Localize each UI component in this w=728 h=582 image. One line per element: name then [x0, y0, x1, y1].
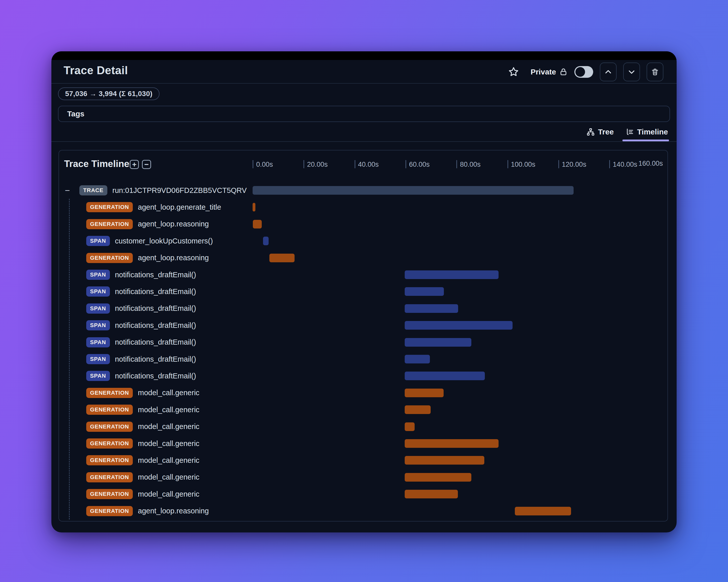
observation-row[interactable]: GENERATIONmodel_call.generic — [59, 435, 668, 452]
token-usage-badge[interactable]: 57,036 → 3,994 (Σ 61,030) — [58, 87, 159, 100]
duration-bar[interactable] — [405, 304, 458, 313]
observation-label: run:01JCTPR9VD06FD2ZBB5VCT5QRV — [112, 186, 247, 195]
duration-bar[interactable] — [263, 237, 269, 245]
header-controls: Private — [508, 61, 664, 82]
collapse-all-button[interactable] — [600, 62, 617, 81]
tags-box[interactable]: Tags — [58, 106, 670, 122]
observation-label: notifications_draftEmail() — [115, 271, 196, 279]
observation-type-badge: GENERATION — [86, 219, 133, 229]
axis-tick — [253, 160, 253, 168]
lock-icon — [559, 67, 568, 76]
observation-row[interactable]: SPANnotifications_draftEmail() — [59, 317, 668, 334]
observation-label: agent_loop.reasoning — [138, 507, 209, 515]
duration-bar[interactable] — [405, 371, 485, 380]
duration-bar[interactable] — [405, 422, 415, 431]
duration-bar[interactable] — [405, 270, 499, 279]
tab-timeline-label: Timeline — [637, 128, 668, 136]
observation-row[interactable]: GENERATIONmodel_call.generic — [59, 418, 668, 435]
tags-label: Tags — [67, 110, 84, 118]
time-axis: 0.00s20.00s40.00s60.00s80.00s100.00s120.… — [59, 150, 668, 171]
observation-type-badge: SPAN — [86, 303, 110, 314]
duration-bar[interactable] — [253, 203, 255, 212]
observation-row[interactable]: GENERATIONagent_loop.reasoning — [59, 216, 668, 232]
axis-tick-label: 60.00s — [409, 161, 430, 168]
observation-type-badge: GENERATION — [86, 388, 133, 398]
observation-row[interactable]: GENERATIONmodel_call.generic — [59, 452, 668, 469]
observation-label: agent_loop.reasoning — [138, 220, 209, 228]
duration-bar[interactable] — [405, 389, 444, 397]
axis-tick — [609, 160, 610, 168]
trace-row[interactable]: −TRACErun:01JCTPR9VD06FD2ZBB5VCT5QRV — [59, 182, 668, 199]
observation-label: notifications_draftEmail() — [115, 355, 196, 363]
duration-bar[interactable] — [269, 254, 294, 262]
observation-label: notifications_draftEmail() — [115, 372, 196, 380]
timeline-icon — [625, 128, 634, 136]
trace-timeline-card: Trace Timeline + − 0.00s20.00s40.00s60.0… — [58, 150, 668, 522]
tab-timeline[interactable]: Timeline — [625, 128, 668, 140]
observation-type-badge: SPAN — [86, 371, 110, 381]
star-icon[interactable] — [508, 66, 519, 78]
page-title: Trace Detail — [63, 64, 128, 77]
duration-bar[interactable] — [253, 220, 262, 228]
duration-bar[interactable] — [405, 338, 471, 347]
observation-label: notifications_draftEmail() — [115, 304, 196, 313]
axis-tick-label: 40.00s — [358, 161, 379, 168]
axis-tick — [558, 160, 559, 168]
observation-type-badge: SPAN — [86, 270, 110, 280]
observation-label: model_call.generic — [138, 490, 200, 498]
active-tab-indicator — [622, 140, 669, 141]
observation-row[interactable]: SPANnotifications_draftEmail() — [59, 283, 668, 300]
observation-type-badge: GENERATION — [86, 455, 133, 465]
observation-row[interactable]: SPANnotifications_draftEmail() — [59, 266, 668, 283]
observation-label: notifications_draftEmail() — [115, 287, 196, 296]
observation-type-badge: GENERATION — [86, 506, 133, 516]
observation-type-badge: GENERATION — [86, 202, 133, 212]
observation-type-badge: SPAN — [86, 236, 110, 246]
duration-bar[interactable] — [405, 405, 431, 414]
tab-tree[interactable]: Tree — [586, 128, 614, 140]
observation-row[interactable]: GENERATIONmodel_call.generic — [59, 469, 668, 486]
duration-bar[interactable] — [253, 186, 574, 195]
delete-trace-button[interactable] — [647, 62, 664, 81]
observation-row[interactable]: GENERATIONmodel_call.generic — [59, 401, 668, 418]
observation-row[interactable]: SPANcustomer_lookUpCustomers() — [59, 232, 668, 249]
observation-label: model_call.generic — [138, 422, 200, 431]
observation-type-badge: GENERATION — [86, 253, 133, 263]
observation-row[interactable]: GENERATIONmodel_call.generic — [59, 385, 668, 401]
observation-type-badge: SPAN — [86, 320, 110, 330]
axis-tick — [508, 160, 508, 168]
header-divider — [51, 83, 677, 84]
duration-bar[interactable] — [405, 355, 430, 363]
observation-label: notifications_draftEmail() — [115, 338, 196, 347]
observation-type-badge: SPAN — [86, 337, 110, 348]
duration-bar[interactable] — [405, 490, 458, 498]
observation-row[interactable]: GENERATIONagent_loop.reasoning — [59, 503, 668, 520]
observation-row[interactable]: SPANnotifications_draftEmail() — [59, 334, 668, 351]
collapse-row-icon[interactable]: − — [65, 182, 70, 199]
duration-bar[interactable] — [405, 439, 499, 448]
duration-bar[interactable] — [515, 507, 571, 516]
observation-row[interactable]: GENERATIONagent_loop.generate_title — [59, 199, 668, 216]
tab-tree-label: Tree — [598, 128, 614, 136]
observation-row[interactable]: SPANnotifications_draftEmail() — [59, 300, 668, 317]
axis-tick — [355, 160, 355, 168]
observation-row[interactable]: SPANnotifications_draftEmail() — [59, 351, 668, 367]
privacy-toggle[interactable] — [574, 66, 593, 78]
axis-tick-label: 120.00s — [562, 161, 586, 168]
observation-row[interactable]: SPANnotifications_draftEmail() — [59, 367, 668, 384]
observation-label: notifications_draftEmail() — [115, 321, 196, 330]
axis-tick — [456, 160, 457, 168]
duration-bar[interactable] — [405, 473, 471, 481]
observation-row[interactable]: GENERATIONmodel_call.generic — [59, 486, 668, 502]
observation-type-badge: GENERATION — [86, 472, 133, 482]
duration-bar[interactable] — [405, 287, 444, 296]
expand-all-button[interactable] — [623, 62, 640, 81]
chevron-up-icon — [604, 68, 612, 76]
observation-label: agent_loop.reasoning — [138, 254, 209, 262]
observation-label: customer_lookUpCustomers() — [115, 237, 213, 245]
observation-row[interactable]: GENERATIONagent_loop.reasoning — [59, 250, 668, 266]
tree-icon — [586, 128, 595, 136]
observation-label: model_call.generic — [138, 439, 200, 448]
duration-bar[interactable] — [405, 456, 484, 465]
duration-bar[interactable] — [405, 321, 513, 330]
